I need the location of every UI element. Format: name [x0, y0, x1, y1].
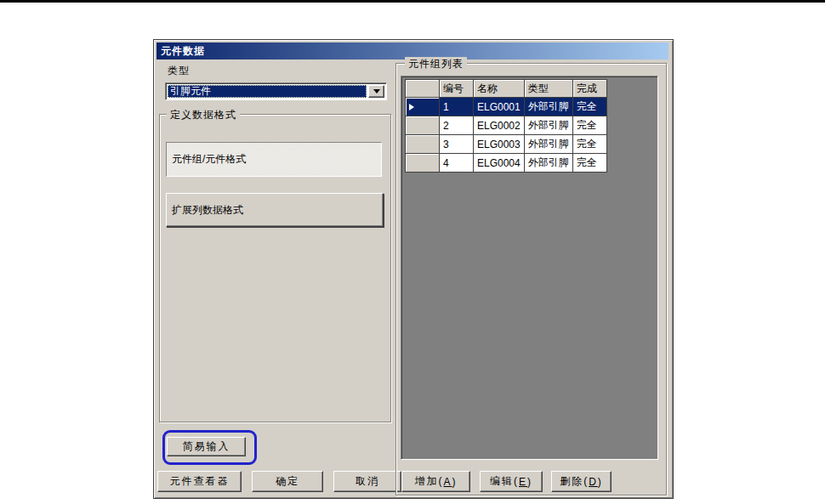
delete-button[interactable]: 删除(D) [551, 471, 612, 492]
component-group-table: 编号 名称 类型 完成 1 ELG0001 外部引脚 完全 2 [405, 79, 607, 173]
easy-input-button[interactable]: 简易输入 [167, 437, 246, 456]
cell-number[interactable]: 2 [440, 116, 474, 135]
component-list-groupbox: 元件组列表 编号 名称 类型 完成 1 [395, 63, 667, 496]
row-selector-cell[interactable] [406, 154, 440, 173]
ok-button[interactable]: 确定 [252, 471, 323, 492]
table-row[interactable]: 1 ELG0001 外部引脚 完全 [406, 98, 607, 116]
component-viewer-label: 元件查看器 [170, 474, 230, 489]
cell-number[interactable]: 3 [440, 135, 474, 154]
cell-type[interactable]: 外部引脚 [524, 116, 572, 135]
add-label-post: ) [452, 476, 458, 488]
cell-type[interactable]: 外部引脚 [524, 135, 572, 154]
add-label-pre: 增加( [414, 474, 443, 489]
page-top-rule [0, 0, 825, 3]
cell-number[interactable]: 1 [440, 98, 474, 116]
table-header-row: 编号 名称 类型 完成 [406, 80, 607, 98]
type-combobox-value: 引脚元件 [168, 85, 367, 98]
component-group-grid[interactable]: 编号 名称 类型 完成 1 ELG0001 外部引脚 完全 2 [401, 76, 658, 460]
row-selector-cell[interactable] [406, 98, 440, 116]
component-viewer-button[interactable]: 元件查看器 [157, 471, 242, 492]
row-selector-cell[interactable] [406, 116, 440, 135]
cell-type[interactable]: 外部引脚 [524, 154, 572, 173]
component-data-dialog: 元件数据 类型 引脚元件 定义数据格式 元件组/元件格式 扩展列数据格式 简易输… [153, 39, 674, 499]
cancel-button[interactable]: 取消 [333, 471, 401, 492]
cell-done[interactable]: 完全 [572, 154, 606, 173]
format-button-label: 扩展列数据格式 [172, 203, 243, 218]
edit-button[interactable]: 编辑(E) [480, 471, 543, 492]
easy-input-label: 简易输入 [183, 439, 230, 454]
cell-name[interactable]: ELG0004 [474, 154, 525, 173]
delete-label-key: D [589, 476, 598, 488]
cell-done[interactable]: 完全 [572, 98, 606, 116]
edit-label-key: E [519, 476, 527, 488]
header-number[interactable]: 编号 [440, 80, 474, 98]
row-selector-cell[interactable] [406, 135, 440, 154]
type-combobox[interactable]: 引脚元件 [165, 82, 387, 100]
format-groupbox-legend: 定义数据格式 [167, 108, 240, 122]
table-row[interactable]: 3 ELG0003 外部引脚 完全 [406, 135, 607, 154]
type-label: 类型 [168, 64, 190, 78]
header-selector [406, 80, 440, 98]
cell-type[interactable]: 外部引脚 [524, 98, 572, 116]
format-groupbox: 定义数据格式 元件组/元件格式 扩展列数据格式 [159, 114, 391, 422]
cell-name[interactable]: ELG0003 [474, 135, 525, 154]
header-done[interactable]: 完成 [572, 80, 606, 98]
cancel-label: 取消 [356, 474, 379, 489]
format-button-extended-column[interactable]: 扩展列数据格式 [166, 193, 384, 227]
add-label-key: A [443, 476, 452, 488]
cell-number[interactable]: 4 [440, 154, 474, 173]
component-list-legend: 元件组列表 [405, 57, 467, 71]
edit-label-post: ) [527, 476, 532, 488]
page: 元件数据 类型 引脚元件 定义数据格式 元件组/元件格式 扩展列数据格式 简易输… [0, 0, 825, 504]
delete-label-post: ) [598, 476, 603, 488]
format-button-component-group[interactable]: 元件组/元件格式 [166, 142, 382, 177]
chevron-down-icon [373, 89, 380, 93]
delete-label-pre: 删除( [560, 474, 589, 489]
combo-dropdown-button[interactable] [368, 85, 384, 98]
dialog-title: 元件数据 [161, 45, 205, 57]
table-row[interactable]: 4 ELG0004 外部引脚 完全 [406, 154, 607, 173]
cell-done[interactable]: 完全 [572, 116, 606, 135]
row-selector-arrow-icon [409, 104, 414, 110]
cell-done[interactable]: 完全 [572, 135, 606, 154]
cell-name[interactable]: ELG0002 [474, 116, 525, 135]
header-type[interactable]: 类型 [524, 80, 572, 98]
cell-name[interactable]: ELG0001 [474, 98, 525, 116]
format-button-label: 元件组/元件格式 [172, 152, 246, 167]
header-name[interactable]: 名称 [474, 80, 525, 98]
add-button[interactable]: 增加(A) [401, 471, 470, 492]
edit-label-pre: 编辑( [490, 474, 519, 489]
ok-label: 确定 [276, 474, 299, 489]
table-row[interactable]: 2 ELG0002 外部引脚 完全 [406, 116, 607, 135]
